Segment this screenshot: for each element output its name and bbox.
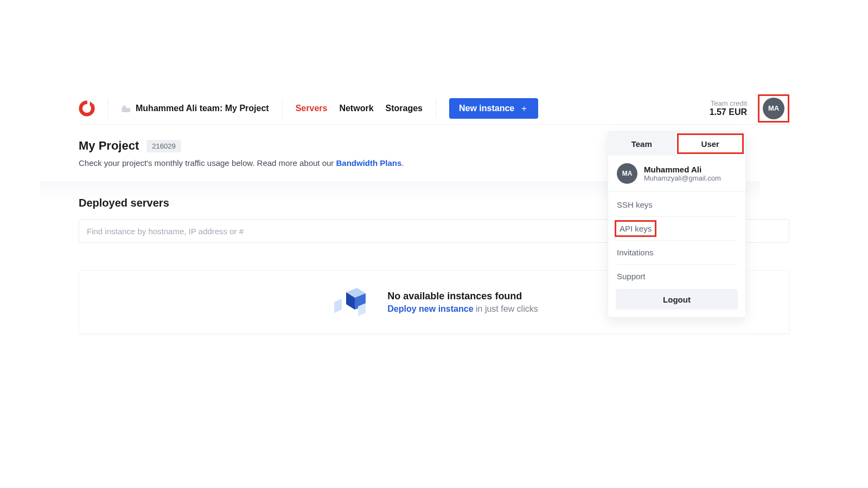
new-instance-button[interactable]: New instance ＋ xyxy=(449,98,538,119)
user-email: Muhamzyali@gmail.com xyxy=(644,174,721,182)
user-menu-popover: Team User MA Muhammed Ali Muhamzyali@gma… xyxy=(608,131,746,318)
user-info-row: MA Muhammed Ali Muhamzyali@gmail.com xyxy=(608,156,745,192)
empty-state-illustration xyxy=(330,286,373,318)
breadcrumb[interactable]: Muhammed Ali team: My Project xyxy=(122,104,269,113)
avatar[interactable]: MA xyxy=(763,98,784,119)
nav-storages[interactable]: Storages xyxy=(386,104,423,113)
avatar-small: MA xyxy=(617,163,637,184)
menu-item-invitations[interactable]: Invitations xyxy=(608,243,745,262)
avatar-highlight: MA xyxy=(758,94,789,123)
user-name: Muhammed Ali xyxy=(644,165,721,174)
menu-item-api-keys[interactable]: API keys xyxy=(615,220,656,237)
breadcrumb-text: Muhammed Ali team: My Project xyxy=(136,104,269,113)
project-title: My Project xyxy=(79,139,139,153)
new-instance-label: New instance xyxy=(459,104,514,113)
plus-icon: ＋ xyxy=(520,104,528,113)
credit-value: 1.57 EUR xyxy=(710,107,747,117)
nav-links: Servers Network Storages xyxy=(296,104,423,113)
nav-servers[interactable]: Servers xyxy=(296,104,328,113)
logout-button[interactable]: Logout xyxy=(616,289,738,310)
empty-state-title: No available instances found xyxy=(387,291,538,302)
svg-rect-3 xyxy=(123,105,126,107)
svg-marker-7 xyxy=(334,299,342,313)
credit-label: Team credit xyxy=(711,99,747,107)
team-credit: Team credit 1.57 EUR xyxy=(710,99,747,117)
nav-network[interactable]: Network xyxy=(339,104,373,113)
folder-icon xyxy=(122,105,131,112)
divider xyxy=(436,99,436,118)
top-bar: Muhammed Ali team: My Project Servers Ne… xyxy=(79,92,789,125)
divider xyxy=(108,99,108,118)
divider xyxy=(282,99,283,118)
logo-icon xyxy=(79,100,95,117)
bandwidth-plans-link[interactable]: Bandwidth Plans xyxy=(336,158,402,168)
tab-team[interactable]: Team xyxy=(608,132,675,156)
menu-item-ssh-keys[interactable]: SSH keys xyxy=(608,195,745,214)
tab-user[interactable]: User xyxy=(675,132,746,156)
menu-item-support[interactable]: Support xyxy=(608,267,745,286)
deploy-new-instance-link[interactable]: Deploy new instance xyxy=(387,304,473,313)
project-id-badge: 216029 xyxy=(146,140,181,152)
